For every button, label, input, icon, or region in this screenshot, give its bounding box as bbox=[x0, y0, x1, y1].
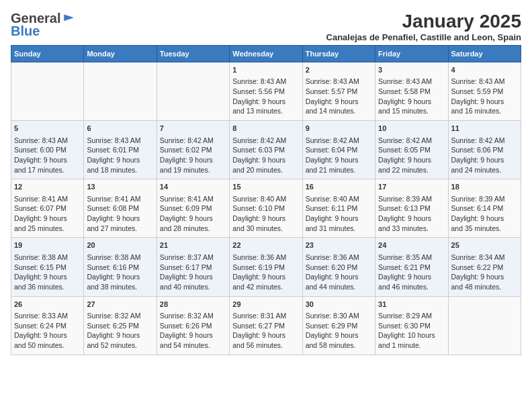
calendar-cell: 14Sunrise: 8:41 AMSunset: 6:09 PMDayligh… bbox=[157, 179, 229, 238]
day-info-line: Daylight: 9 hours bbox=[451, 155, 518, 165]
day-info-line: Daylight: 9 hours bbox=[306, 97, 372, 107]
day-info-line: and 25 minutes. bbox=[14, 224, 81, 234]
day-info-line: Sunrise: 8:31 AM bbox=[232, 311, 299, 321]
day-info-line: Sunset: 6:24 PM bbox=[14, 321, 81, 331]
day-info-line: Daylight: 9 hours bbox=[87, 214, 153, 224]
day-info-line: Sunrise: 8:38 AM bbox=[14, 253, 81, 263]
day-info-line: and 58 minutes. bbox=[306, 340, 372, 351]
day-info-line: Daylight: 9 hours bbox=[14, 330, 81, 340]
calendar-cell: 12Sunrise: 8:41 AMSunset: 6:07 PMDayligh… bbox=[11, 179, 84, 238]
day-info-line: Daylight: 9 hours bbox=[14, 214, 81, 224]
day-info-line: Daylight: 9 hours bbox=[451, 272, 518, 282]
day-info-line: Daylight: 9 hours bbox=[232, 155, 299, 165]
calendar-week-row: 1Sunrise: 8:43 AMSunset: 5:56 PMDaylight… bbox=[11, 62, 521, 121]
day-number: 25 bbox=[451, 240, 518, 250]
weekday-header-row: SundayMondayTuesdayWednesdayThursdayFrid… bbox=[11, 46, 521, 62]
calendar-cell: 11Sunrise: 8:42 AMSunset: 6:06 PMDayligh… bbox=[448, 121, 521, 179]
day-info-line: Sunset: 6:27 PM bbox=[232, 321, 299, 331]
day-info-line: and 30 minutes. bbox=[232, 224, 299, 234]
month-title: January 2025 bbox=[326, 11, 521, 32]
day-info-line: Daylight: 9 hours bbox=[87, 330, 153, 340]
calendar-cell: 6Sunrise: 8:43 AMSunset: 6:01 PMDaylight… bbox=[84, 121, 157, 179]
day-info-line: Sunrise: 8:42 AM bbox=[232, 136, 299, 146]
day-info-line: Sunset: 6:15 PM bbox=[14, 263, 81, 273]
day-info-line: and 35 minutes. bbox=[451, 224, 518, 234]
calendar-cell: 4Sunrise: 8:43 AMSunset: 5:59 PMDaylight… bbox=[448, 62, 521, 121]
calendar-cell: 5Sunrise: 8:43 AMSunset: 6:00 PMDaylight… bbox=[11, 121, 84, 179]
day-info-line: Sunrise: 8:40 AM bbox=[232, 194, 299, 204]
day-number: 21 bbox=[160, 240, 226, 250]
day-info-line: Daylight: 9 hours bbox=[232, 97, 299, 107]
day-info-line: and 17 minutes. bbox=[14, 165, 81, 175]
day-info-line: Daylight: 9 hours bbox=[306, 214, 372, 224]
day-info-line: Sunrise: 8:30 AM bbox=[306, 311, 372, 321]
calendar-cell: 27Sunrise: 8:32 AMSunset: 6:25 PMDayligh… bbox=[84, 296, 157, 355]
day-info-line: and 44 minutes. bbox=[306, 282, 372, 292]
day-number: 9 bbox=[306, 124, 372, 134]
day-info-line: Sunrise: 8:41 AM bbox=[14, 194, 81, 204]
logo: General Blue bbox=[11, 11, 74, 39]
svg-marker-0 bbox=[64, 14, 75, 21]
day-info-line: and 31 minutes. bbox=[306, 224, 372, 234]
calendar-cell bbox=[448, 296, 521, 355]
day-info-line: Sunset: 5:57 PM bbox=[306, 87, 372, 97]
calendar-cell: 17Sunrise: 8:39 AMSunset: 6:13 PMDayligh… bbox=[375, 179, 448, 238]
day-info-line: Daylight: 9 hours bbox=[87, 272, 153, 282]
day-info-line: Sunrise: 8:43 AM bbox=[87, 136, 153, 146]
day-info-line: Sunrise: 8:43 AM bbox=[14, 136, 81, 146]
day-info-line: Sunset: 6:11 PM bbox=[306, 203, 372, 214]
day-info-line: Sunset: 6:01 PM bbox=[87, 145, 153, 155]
calendar-cell: 7Sunrise: 8:42 AMSunset: 6:02 PMDaylight… bbox=[157, 121, 229, 179]
day-info-line: and 38 minutes. bbox=[87, 282, 153, 292]
day-info-line: and 52 minutes. bbox=[87, 340, 153, 351]
day-number: 24 bbox=[378, 240, 445, 250]
day-number: 14 bbox=[160, 182, 226, 192]
day-info-line: Sunset: 6:22 PM bbox=[451, 263, 518, 273]
day-info-line: Daylight: 9 hours bbox=[232, 272, 299, 282]
day-info-line: Sunrise: 8:37 AM bbox=[160, 253, 226, 263]
calendar-cell: 19Sunrise: 8:38 AMSunset: 6:15 PMDayligh… bbox=[11, 238, 84, 296]
day-number: 11 bbox=[451, 124, 518, 134]
day-number: 6 bbox=[87, 124, 153, 134]
calendar-cell: 30Sunrise: 8:30 AMSunset: 6:29 PMDayligh… bbox=[302, 296, 375, 355]
calendar-table: SundayMondayTuesdayWednesdayThursdayFrid… bbox=[11, 45, 521, 355]
day-number: 31 bbox=[378, 300, 445, 310]
day-info-line: Sunrise: 8:42 AM bbox=[306, 136, 372, 146]
day-number: 17 bbox=[378, 182, 445, 192]
day-info-line: Daylight: 9 hours bbox=[306, 155, 372, 165]
calendar-cell: 3Sunrise: 8:43 AMSunset: 5:58 PMDaylight… bbox=[375, 62, 448, 121]
day-info-line: Sunset: 6:29 PM bbox=[306, 321, 372, 331]
day-info-line: Daylight: 9 hours bbox=[14, 155, 81, 165]
day-info-line: Daylight: 9 hours bbox=[378, 155, 445, 165]
day-info-line: Sunset: 6:02 PM bbox=[160, 145, 226, 155]
day-info-line: and 13 minutes. bbox=[232, 106, 299, 116]
day-info-line: and 14 minutes. bbox=[306, 106, 372, 116]
weekday-header-sunday: Sunday bbox=[11, 46, 84, 62]
day-number: 20 bbox=[87, 240, 153, 250]
location-title: Canalejas de Penafiel, Castille and Leon… bbox=[326, 32, 521, 42]
day-info-line: Sunset: 6:14 PM bbox=[451, 203, 518, 214]
day-number: 1 bbox=[232, 65, 299, 75]
day-info-line: Daylight: 10 hours bbox=[378, 330, 445, 340]
calendar-cell: 10Sunrise: 8:42 AMSunset: 6:05 PMDayligh… bbox=[375, 121, 448, 179]
page-header: General Blue January 2025 Canalejas de P… bbox=[11, 11, 521, 42]
day-number: 8 bbox=[232, 124, 299, 134]
day-info-line: Daylight: 9 hours bbox=[451, 97, 518, 107]
day-info-line: and 19 minutes. bbox=[160, 165, 226, 175]
weekday-header-saturday: Saturday bbox=[448, 46, 521, 62]
day-number: 2 bbox=[306, 65, 372, 75]
day-info-line: Sunrise: 8:41 AM bbox=[160, 194, 226, 204]
calendar-cell bbox=[11, 62, 84, 121]
weekday-header-thursday: Thursday bbox=[302, 46, 375, 62]
day-number: 7 bbox=[160, 124, 226, 134]
day-info-line: Daylight: 9 hours bbox=[378, 272, 445, 282]
day-info-line: Sunset: 6:25 PM bbox=[87, 321, 153, 331]
calendar-body: 1Sunrise: 8:43 AMSunset: 5:56 PMDaylight… bbox=[11, 62, 521, 355]
calendar-cell bbox=[157, 62, 229, 121]
calendar-cell: 25Sunrise: 8:34 AMSunset: 6:22 PMDayligh… bbox=[448, 238, 521, 296]
day-number: 18 bbox=[451, 182, 518, 192]
calendar-cell: 1Sunrise: 8:43 AMSunset: 5:56 PMDaylight… bbox=[230, 62, 302, 121]
day-info-line: Sunset: 6:19 PM bbox=[232, 263, 299, 273]
day-info-line: Daylight: 9 hours bbox=[160, 214, 226, 224]
day-info-line: Sunset: 5:58 PM bbox=[378, 87, 445, 97]
